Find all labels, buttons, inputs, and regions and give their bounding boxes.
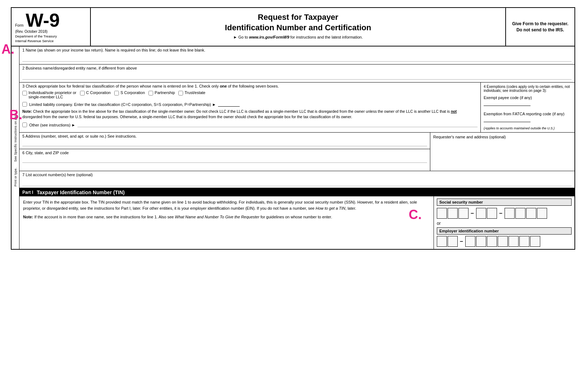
checkbox-partnership-input[interactable] <box>148 91 153 95</box>
dept-line2: Internal Revenue Service <box>15 39 86 43</box>
line56-row: 5 Address (number, street, and apt. or s… <box>19 133 574 171</box>
form-body: Print or type. See Specific Instructions… <box>12 46 574 249</box>
line5-row: 5 Address (number, street, and apt. or s… <box>19 133 430 149</box>
form-main-title: Request for Taxpayer Identification Numb… <box>98 12 498 33</box>
checkbox-individual-input[interactable] <box>22 91 27 95</box>
line6-input[interactable] <box>22 155 427 163</box>
form-title-block: Request for Taxpayer Identification Numb… <box>91 8 506 46</box>
ssn-box-2[interactable] <box>448 208 458 219</box>
line3-left: B. 3 Check appropriate box for federal t… <box>19 83 481 132</box>
ein-box-1[interactable] <box>437 236 447 247</box>
line7-input[interactable] <box>22 178 572 186</box>
applies-note: (Applies to accounts maintained outside … <box>484 126 572 130</box>
form-word-label: Form <box>15 23 23 27</box>
part1-body-section: Enter your TIN in the appropriate box. T… <box>19 196 574 249</box>
line3-4-row: B. 3 Check appropriate box for federal t… <box>19 83 574 133</box>
line2-row: 2 Business name/disregarded entity name,… <box>19 64 574 83</box>
part1-title: Taxpayer Identification Number (TIN) <box>37 190 125 195</box>
checkbox-individual-label: Individual/sole proprietor orsingle-memb… <box>28 90 76 99</box>
requester-textarea[interactable] <box>433 139 572 168</box>
ein-boxes: – <box>437 236 572 247</box>
ein-box-2[interactable] <box>448 236 458 247</box>
ssn-box-1[interactable] <box>437 208 447 219</box>
line1-input[interactable] <box>22 54 572 62</box>
part1-note: Note: If the account is in more than one… <box>23 214 430 220</box>
ssn-boxes: – – <box>437 208 572 219</box>
checkbox-trust-label: Trust/estate <box>185 90 205 95</box>
irs-url[interactable]: www.irs.gov/FormW9 <box>249 35 289 39</box>
line56-left: 5 Address (number, street, and apt. or s… <box>19 133 430 171</box>
exempt-payee-label: Exempt payee code (if any) <box>484 95 572 100</box>
checkbox-partnership-label: Partnership <box>155 90 175 95</box>
dept-line1: Department of the Treasury <box>15 34 86 38</box>
checkbox-c-corp: C Corporation <box>80 90 111 95</box>
checkbox-trust: Trust/estate <box>178 90 205 95</box>
note-bold: Note: <box>22 109 32 113</box>
checkbox-trust-input[interactable] <box>178 91 183 95</box>
part1-description: Enter your TIN in the appropriate box. T… <box>19 196 434 249</box>
ein-box-7[interactable] <box>509 236 519 247</box>
checkbox-other-input[interactable] <box>22 122 27 127</box>
form-main-content: A. 1 Name (as shown on your income tax r… <box>19 46 574 249</box>
ssn-box-5[interactable] <box>487 208 497 219</box>
ssn-box-7[interactable] <box>515 208 525 219</box>
llc-classification-input[interactable] <box>218 102 240 107</box>
ein-dash: – <box>459 238 464 245</box>
checkbox-c-corp-input[interactable] <box>80 91 85 95</box>
llc-label: Limited liability company. Enter the tax… <box>29 102 216 107</box>
part1-para1: Enter your TIN in the appropriate box. T… <box>23 199 430 211</box>
checkbox-s-corp: S Corporation <box>114 90 145 95</box>
ssn-dash-2: – <box>498 210 503 217</box>
fatca-label: Exemption from FATCA reporting code (if … <box>484 112 572 116</box>
ssn-group3 <box>505 208 547 219</box>
form-header: Form W-9 (Rev. October 2018) Department … <box>12 8 574 46</box>
part1-header: Part I Taxpayer Identification Number (T… <box>19 188 574 196</box>
other-input[interactable] <box>77 122 478 127</box>
form-id-block: Form W-9 (Rev. October 2018) Department … <box>12 8 91 46</box>
give-form-text: Give Form to the requester. Do not send … <box>506 8 574 46</box>
or-text: or <box>437 221 572 226</box>
form-number: W-9 <box>26 11 59 30</box>
annotation-a: A. <box>1 42 14 57</box>
annotation-b: B. <box>9 107 22 122</box>
ssn-box-8[interactable] <box>526 208 536 219</box>
go-to-line: ► Go to www.irs.gov/FormW9 for instructi… <box>98 35 498 39</box>
line7-row: 7 List account number(s) here (optional) <box>19 171 574 188</box>
ssn-box-9[interactable] <box>537 208 547 219</box>
line5-input[interactable] <box>22 138 427 146</box>
checkbox-llc-input[interactable] <box>22 102 27 107</box>
other-row: Other (see instructions) ► <box>22 122 478 127</box>
ein-box-8[interactable] <box>519 236 529 247</box>
line3-description: 3 Check appropriate box for federal tax … <box>22 84 478 88</box>
ein-group2 <box>465 236 540 247</box>
line5-label: 5 Address (number, street, and apt. or s… <box>22 134 137 138</box>
exempt-payee-input[interactable] <box>484 101 530 106</box>
ein-box-3[interactable] <box>465 236 475 247</box>
part1-tin-inputs: C. Social security number – <box>434 196 574 249</box>
checkbox-partnership: Partnership <box>148 90 175 95</box>
line3-label: 3 Check appropriate box for federal tax … <box>22 84 219 88</box>
llc-row: Limited liability company. Enter the tax… <box>22 102 478 107</box>
other-label: Other (see instructions) ► <box>29 123 75 127</box>
line2-label: 2 Business name/disregarded entity name,… <box>22 66 137 70</box>
ssn-box-6[interactable] <box>505 208 515 219</box>
checkbox-s-corp-label: S Corporation <box>120 90 145 95</box>
ein-box-9[interactable] <box>530 236 540 247</box>
line6-row: 6 City, state, and ZIP code <box>19 149 430 166</box>
requester-label: Requester's name and address (optional) <box>433 135 572 139</box>
line1-label: 1 Name (as shown on your income tax retu… <box>22 48 205 52</box>
ein-box-4[interactable] <box>476 236 486 247</box>
ssn-box-3[interactable] <box>458 208 469 219</box>
ein-group1 <box>437 236 458 247</box>
ssn-box-4[interactable] <box>476 208 486 219</box>
requester-block: Requester's name and address (optional) <box>430 133 574 171</box>
line2-input[interactable] <box>22 72 572 80</box>
ein-box-6[interactable] <box>498 236 508 247</box>
line3-one: one <box>220 84 227 88</box>
checkbox-s-corp-input[interactable] <box>114 91 119 95</box>
note-not: not <box>451 109 457 113</box>
ein-box-5[interactable] <box>487 236 497 247</box>
annotation-c: C. <box>409 207 422 222</box>
line1-row: A. 1 Name (as shown on your income tax r… <box>19 46 574 64</box>
fatca-input[interactable] <box>484 117 530 122</box>
